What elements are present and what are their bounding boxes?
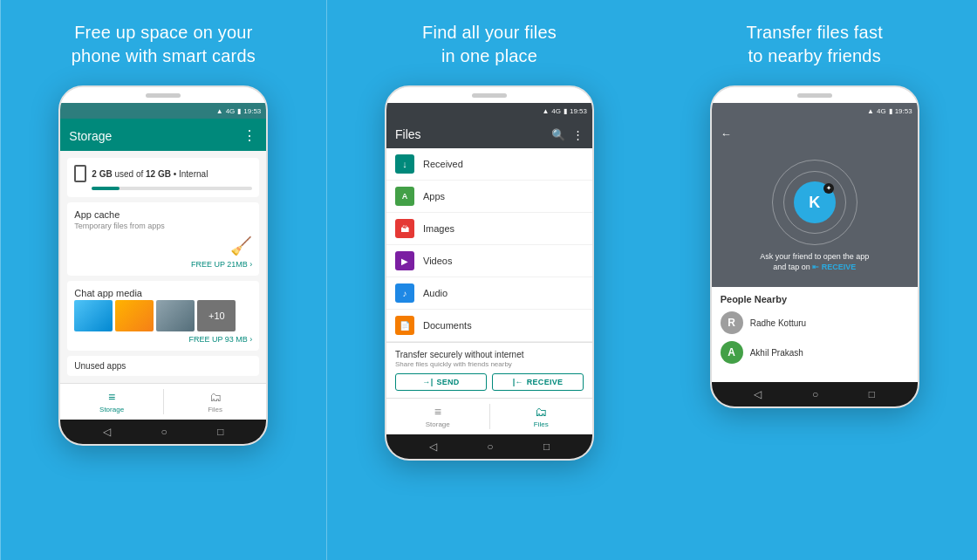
storage-toolbar-title: Storage — [69, 129, 112, 143]
audio-label: Audio — [423, 288, 448, 298]
files-toolbar-icons: 🔍 ⋮ — [551, 128, 584, 141]
recents-btn-3[interactable]: □ — [869, 388, 875, 400]
bluetooth-dot: ✦ — [823, 183, 834, 194]
back-arrow-icon[interactable]: ← — [721, 127, 732, 140]
documents-icon: 📄 — [395, 316, 414, 335]
app-cache-action[interactable]: FREE UP 21MB › — [74, 260, 252, 269]
nav-files-2[interactable]: 🗂 Files — [490, 399, 593, 434]
file-item-apps[interactable]: A Apps — [386, 181, 592, 213]
menu-icon[interactable]: ⋮ — [243, 127, 257, 144]
time-label-3: 19:53 — [895, 107, 912, 115]
file-item-received[interactable]: ↓ Received — [386, 148, 592, 181]
apps-label: Apps — [423, 191, 445, 201]
battery-icon-2: ▮ — [564, 107, 567, 115]
transfer-section-title: Transfer securely without internet — [395, 350, 584, 359]
phone-top-bar-2 — [386, 87, 592, 103]
more-icon[interactable]: ⋮ — [572, 128, 584, 141]
status-icons: ▲ 4G ▮ 19:53 — [216, 107, 262, 115]
status-bar-storage: ▲ 4G ▮ 19:53 — [60, 103, 266, 119]
back-btn-1[interactable]: ◁ — [103, 426, 111, 438]
recents-btn-2[interactable]: □ — [543, 440, 550, 453]
broom-icon: 🧹 — [230, 236, 252, 256]
battery-icon-3: ▮ — [889, 107, 892, 115]
send-button[interactable]: →| SEND — [395, 373, 487, 391]
person-item-radhe[interactable]: R Radhe Kotturu — [721, 311, 909, 334]
audio-icon: ♪ — [395, 283, 414, 303]
phone-speaker — [146, 93, 181, 98]
home-bar-2: ◁ ○ □ — [386, 434, 592, 459]
received-label: Received — [423, 159, 463, 169]
free-up-93mb-link[interactable]: FREE UP 93 MB › — [188, 335, 252, 344]
file-item-audio[interactable]: ♪ Audio — [386, 277, 592, 310]
bottom-nav-storage: ≡ Storage 🗂 Files — [60, 383, 266, 420]
phone-screen-transfer: ▲ 4G ▮ 19:53 ← K ✦ — [712, 103, 918, 406]
thumb-2 — [115, 300, 154, 331]
status-bar-files: ▲ 4G ▮ 19:53 — [386, 103, 592, 119]
search-icon[interactable]: 🔍 — [551, 128, 565, 141]
home-btn-1[interactable]: ○ — [161, 426, 167, 438]
unused-apps-title: Unused apps — [74, 361, 252, 371]
storage-info-text: 2 GB used of 12 GB • Internal — [92, 169, 208, 179]
radar-center-avatar: K ✦ — [794, 181, 836, 223]
bluetooth-icon: ✦ — [826, 185, 831, 192]
free-up-21mb-link[interactable]: FREE UP 21MB › — [191, 260, 252, 269]
phone-screen-storage: ▲ 4G ▮ 19:53 Storage ⋮ 2 GB used — [60, 103, 266, 444]
storage-header: 2 GB used of 12 GB • Internal — [67, 158, 259, 197]
file-item-documents[interactable]: 📄 Documents — [386, 310, 592, 342]
home-bar-1: ◁ ○ □ — [60, 420, 266, 444]
phone-files: ▲ 4G ▮ 19:53 Files 🔍 ⋮ ↓ — [385, 85, 594, 461]
transfer-section: Transfer securely without internet Share… — [386, 342, 592, 398]
home-bar-3: ◁ ○ □ — [712, 382, 918, 406]
storage-nav-icon: ≡ — [108, 390, 115, 404]
storage-nav-label: Storage — [99, 406, 124, 413]
phone-top-bar-3 — [712, 87, 918, 103]
receive-button[interactable]: |← RECEIVE — [492, 373, 584, 391]
nav-files[interactable]: 🗂 Files — [164, 384, 267, 420]
send-arrow-icon: →| — [422, 378, 433, 386]
documents-label: Documents — [423, 320, 472, 331]
file-item-images[interactable]: 🏔 Images — [386, 213, 592, 245]
files-nav-icon-2: 🗂 — [535, 405, 547, 419]
phone-transfer: ▲ 4G ▮ 19:53 ← K ✦ — [710, 85, 919, 408]
storage-used: 2 GB — [92, 169, 112, 179]
file-item-videos[interactable]: ▶ Videos — [386, 245, 592, 277]
status-icons-3: ▲ 4G ▮ 19:53 — [867, 107, 912, 115]
panel-storage: Free up space on yourphone with smart ca… — [0, 0, 327, 560]
person-avatar-radhe: R — [721, 311, 743, 334]
phone-speaker-2 — [472, 93, 507, 98]
time-label: 19:53 — [243, 107, 261, 115]
person-item-akhil[interactable]: A Akhil Prakash — [721, 341, 909, 364]
person-name-akhil: Akhil Prakash — [750, 348, 803, 358]
recents-btn-1[interactable]: □ — [217, 426, 223, 438]
back-btn-2[interactable]: ◁ — [429, 440, 437, 453]
signal-icon-2: ▲ — [542, 107, 549, 115]
unused-apps-card: Unused apps — [67, 356, 259, 376]
nav-storage[interactable]: ≡ Storage — [60, 384, 163, 420]
4g-label-2: 4G — [551, 107, 561, 115]
received-icon: ↓ — [395, 154, 414, 174]
storage-progress-bar — [92, 187, 252, 190]
center-letter: K — [809, 194, 820, 212]
nav-storage-2[interactable]: ≡ Storage — [386, 399, 489, 434]
home-btn-2[interactable]: ○ — [487, 440, 493, 453]
videos-label: Videos — [423, 256, 452, 266]
files-nav-label-2: Files — [534, 420, 549, 428]
back-btn-3[interactable]: ◁ — [754, 388, 762, 400]
transfer-buttons: →| SEND |← RECEIVE — [395, 373, 584, 391]
images-icon: 🏔 — [395, 219, 414, 238]
chat-media-action[interactable]: FREE UP 93 MB › — [74, 335, 252, 344]
files-nav-icon: 🗂 — [209, 390, 222, 404]
files-toolbar: Files 🔍 ⋮ — [386, 119, 592, 148]
ask-friend-text: Ask your friend to open the appand tap o… — [760, 251, 869, 273]
panel-transfer: Transfer files fastto nearby friends ▲ 4… — [652, 0, 977, 560]
4g-label: 4G — [226, 107, 236, 115]
send-label: SEND — [436, 378, 459, 386]
phone-top-bar — [60, 87, 266, 103]
people-nearby-section: People Nearby R Radhe Kotturu A Akhil Pr… — [712, 287, 918, 382]
signal-icon-3: ▲ — [867, 107, 874, 115]
videos-icon: ▶ — [395, 251, 414, 270]
home-btn-3[interactable]: ○ — [812, 388, 818, 400]
panel-files: Find all your filesin one place ▲ 4G ▮ 1… — [327, 0, 652, 560]
radar-screen: K ✦ Ask your friend to open the appand t… — [712, 147, 918, 287]
app-cache-subtitle: Temporary files from apps — [74, 222, 252, 230]
